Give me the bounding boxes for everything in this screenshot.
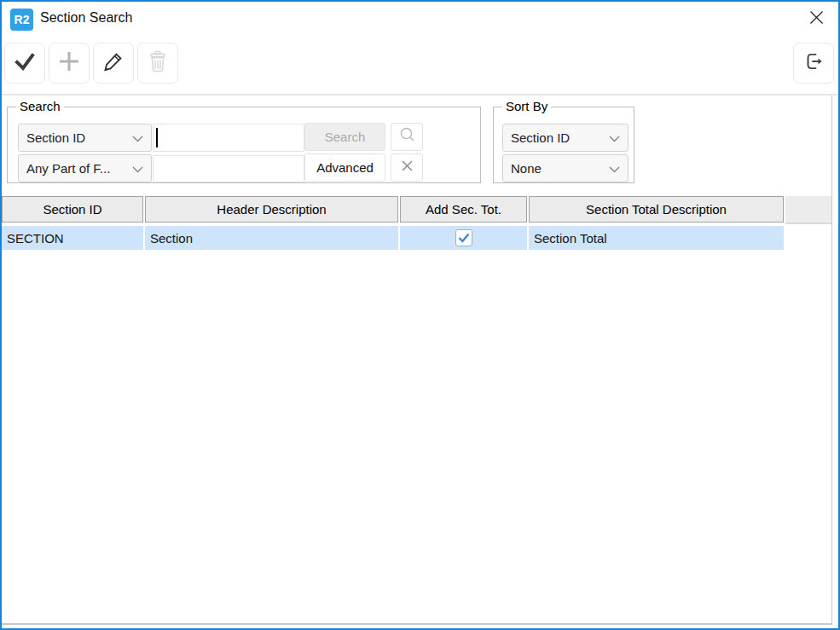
- search-filter-select[interactable]: Any Part of F...: [18, 154, 152, 182]
- add-button[interactable]: [49, 43, 90, 84]
- column-header-filler: [785, 196, 831, 224]
- right-inset-border: [831, 95, 832, 624]
- checkbox-check-icon: [458, 231, 470, 246]
- add-sec-tot-checkbox[interactable]: [455, 229, 472, 246]
- plus-icon: [57, 49, 81, 77]
- edit-button[interactable]: [93, 43, 134, 84]
- row-cell-add-sec-tot[interactable]: [400, 226, 527, 250]
- confirm-button[interactable]: [4, 43, 45, 84]
- column-header-header-description[interactable]: Header Description: [145, 196, 398, 223]
- search-field-select[interactable]: Section ID: [18, 124, 152, 152]
- exit-icon: [802, 50, 825, 76]
- chevron-down-icon: [609, 130, 620, 145]
- section-search-window: R2 Section Search: [0, 0, 840, 630]
- row-cell-section-id[interactable]: SECTION: [2, 226, 143, 250]
- trash-icon: [146, 49, 170, 77]
- app-logo: R2: [10, 9, 33, 31]
- exit-button[interactable]: [793, 43, 834, 84]
- column-header-section-total-description[interactable]: Section Total Description: [529, 196, 784, 223]
- text-caret: [156, 128, 158, 147]
- magnifier-button[interactable]: [391, 123, 423, 151]
- close-button[interactable]: [803, 6, 829, 32]
- sort-primary-select[interactable]: Section ID: [502, 124, 629, 152]
- clear-x-icon: [401, 159, 414, 176]
- magnifier-icon: [398, 126, 416, 147]
- pencil-icon: [102, 50, 125, 76]
- sort-group-label: Sort By: [502, 99, 551, 113]
- row-cell-header-description[interactable]: Section: [145, 226, 398, 250]
- filter-input[interactable]: [153, 155, 304, 182]
- close-icon: [809, 10, 824, 28]
- search-group: Search Section ID Search Any Part of F..…: [7, 107, 481, 183]
- row-cell-section-total-description[interactable]: Section Total: [529, 226, 784, 250]
- delete-button[interactable]: [137, 43, 178, 84]
- chevron-down-icon: [132, 130, 143, 145]
- window-title: Section Search: [40, 10, 133, 26]
- chevron-down-icon: [609, 161, 620, 176]
- search-input[interactable]: [153, 124, 304, 152]
- search-field-select-value: Section ID: [26, 130, 85, 145]
- clear-button[interactable]: [391, 153, 423, 182]
- sort-secondary-select[interactable]: None: [502, 154, 629, 182]
- search-group-label: Search: [16, 99, 64, 113]
- search-filter-select-value: Any Part of F...: [26, 161, 110, 176]
- sort-secondary-select-value: None: [511, 161, 542, 176]
- column-header-section-id[interactable]: Section ID: [2, 196, 143, 223]
- sort-primary-select-value: Section ID: [511, 130, 570, 145]
- advanced-button[interactable]: Advanced: [304, 153, 385, 182]
- chevron-down-icon: [132, 161, 143, 176]
- search-button[interactable]: Search: [304, 123, 385, 151]
- column-header-add-sec-tot[interactable]: Add Sec. Tot.: [400, 196, 527, 223]
- check-icon: [13, 49, 37, 77]
- toolbar-separator: [2, 94, 838, 95]
- sort-group: Sort By Section ID None: [493, 107, 634, 183]
- bottom-inset-border: [2, 623, 832, 625]
